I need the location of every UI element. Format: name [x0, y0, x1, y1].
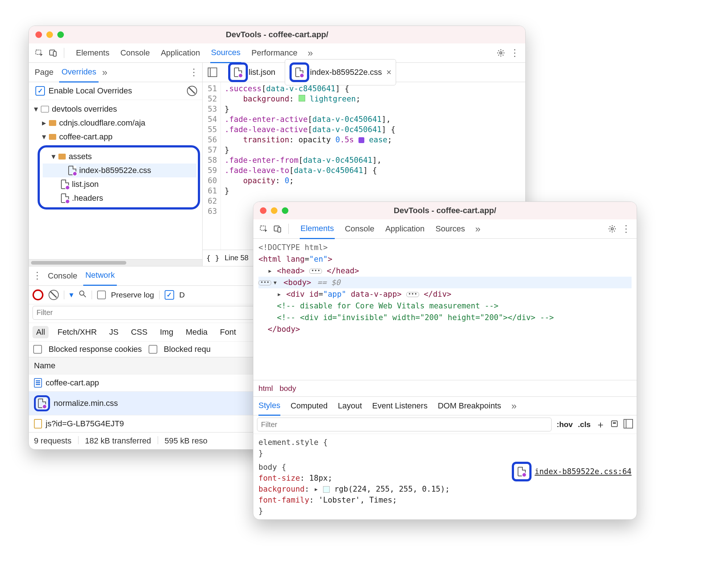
devtools-toolbar: Elements Console Application Sources: [253, 219, 637, 239]
svg-point-4: [80, 291, 84, 295]
type-filter-fetchxhr[interactable]: Fetch/XHR: [54, 326, 100, 338]
tree-scrollbar[interactable]: [29, 259, 202, 266]
close-window[interactable]: [35, 31, 42, 38]
gear-icon[interactable]: [606, 223, 618, 235]
preserve-log-checkbox[interactable]: [97, 291, 106, 299]
requests-count: 9 requests: [34, 436, 72, 446]
type-filter-media[interactable]: Media: [182, 326, 211, 338]
nav-menu-icon[interactable]: [189, 67, 199, 78]
file-icon: [61, 193, 69, 203]
js-icon: [34, 419, 42, 428]
drawer-console-tab[interactable]: Console: [46, 266, 80, 285]
drawer-network-tab[interactable]: Network: [83, 266, 117, 286]
traffic-lights[interactable]: [260, 207, 288, 214]
resources: 595 kB reso: [165, 436, 207, 446]
device-toggle-icon[interactable]: [272, 223, 284, 235]
window-title: DevTools - coffee-cart.app/: [29, 30, 525, 39]
tree-root[interactable]: devtools overrides: [31, 102, 202, 116]
titlebar: DevTools - coffee-cart.app/: [253, 202, 637, 219]
overflow-menu-icon[interactable]: [620, 223, 632, 235]
clear-overrides-icon[interactable]: [187, 86, 197, 96]
enable-overrides-checkbox[interactable]: ✓: [35, 86, 45, 96]
preserve-log-label: Preserve log: [111, 291, 154, 299]
tree-headers[interactable]: .headers: [43, 191, 196, 205]
styles-filter[interactable]: [257, 418, 552, 431]
computed-toggle-icon[interactable]: [610, 420, 618, 430]
blocked-requests-checkbox[interactable]: [149, 345, 157, 354]
more-tabs-icon[interactable]: [475, 223, 480, 235]
tab-application[interactable]: Application: [160, 43, 201, 62]
more-tabs-icon[interactable]: [308, 47, 313, 59]
minimize-window[interactable]: [271, 207, 277, 214]
zoom-window[interactable]: [282, 207, 288, 214]
styles-tab-event-listeners[interactable]: Event Listeners: [372, 401, 428, 411]
elements-tree[interactable]: <!DOCTYPE html> <html lang="en"> <head> …: [253, 239, 637, 380]
toggle-navigator-icon[interactable]: [206, 66, 219, 78]
inspect-icon[interactable]: [33, 47, 46, 59]
styles-tab-styles[interactable]: Styles: [258, 396, 280, 416]
device-toggle-icon[interactable]: [47, 47, 60, 59]
override-badge: [34, 395, 50, 411]
pretty-print-icon[interactable]: { }: [206, 254, 219, 262]
source-tab-json[interactable]: list.json: [224, 59, 280, 85]
overrides-tree: devtools overrides cdnjs.cloudflare.com/…: [29, 100, 202, 259]
disable-cache-checkbox[interactable]: ✓: [165, 290, 174, 300]
type-filter-js[interactable]: JS: [106, 326, 122, 338]
titlebar: DevTools - coffee-cart.app/: [29, 26, 525, 43]
tab-sources[interactable]: Sources: [435, 219, 466, 238]
bc-body[interactable]: body: [280, 384, 296, 393]
more-styles-tabs-icon[interactable]: [511, 400, 517, 412]
tab-elements[interactable]: Elements: [75, 43, 110, 62]
type-filter-css[interactable]: CSS: [127, 326, 151, 338]
record-icon[interactable]: [32, 289, 43, 300]
blocked-cookies-checkbox[interactable]: [33, 345, 42, 354]
color-swatch[interactable]: [323, 486, 330, 493]
drawer-menu-icon[interactable]: [32, 270, 42, 281]
tab-elements[interactable]: Elements: [300, 219, 335, 239]
type-filter-all[interactable]: All: [32, 326, 49, 338]
source-tab-css[interactable]: index-b859522e.css: [285, 59, 396, 85]
bc-html[interactable]: html: [258, 384, 273, 393]
overrides-tab[interactable]: Overrides: [59, 62, 98, 82]
sidebar-toggle-icon[interactable]: [624, 419, 633, 430]
breadcrumb: html body: [253, 380, 637, 396]
tree-site[interactable]: coffee-cart.app: [31, 130, 202, 144]
styles-tab-dom-breakpoints[interactable]: DOM Breakpoints: [438, 401, 501, 411]
tree-cdn[interactable]: cdnjs.cloudflare.com/aja: [31, 116, 202, 130]
cls-toggle[interactable]: .cls: [578, 420, 591, 429]
clear-icon[interactable]: [49, 290, 59, 300]
tree-assets[interactable]: assets: [43, 150, 196, 164]
disable-cache-label: D: [179, 291, 185, 299]
zoom-window[interactable]: [57, 31, 64, 38]
tab-console[interactable]: Console: [120, 43, 151, 62]
close-window[interactable]: [260, 207, 266, 214]
enable-overrides-row: ✓ Enable Local Overrides: [29, 82, 202, 100]
source-link[interactable]: index-b859522e.css:64: [512, 462, 632, 481]
traffic-lights[interactable]: [35, 31, 64, 38]
file-icon: [68, 166, 76, 175]
minimize-window[interactable]: [46, 31, 53, 38]
tab-console[interactable]: Console: [344, 219, 375, 238]
doc-icon: [34, 378, 42, 388]
inspect-icon[interactable]: [258, 223, 270, 235]
styles-tab-layout[interactable]: Layout: [338, 401, 362, 411]
new-rule-icon[interactable]: ＋: [596, 418, 605, 431]
type-filter-font[interactable]: Font: [216, 326, 240, 338]
tree-css[interactable]: index-b859522e.css: [43, 164, 196, 177]
styles-body: element.style { } index-b859522e.css:64 …: [253, 434, 637, 519]
tree-json[interactable]: list.json: [43, 177, 196, 191]
close-tab-icon[interactable]: [385, 67, 391, 77]
page-tab[interactable]: Page: [32, 63, 55, 82]
override-badge: [512, 462, 532, 481]
more-nav-icon[interactable]: [102, 67, 107, 78]
gear-icon[interactable]: [495, 47, 507, 59]
hov-toggle[interactable]: :hov: [557, 420, 573, 429]
search-icon[interactable]: [78, 290, 87, 300]
styles-tab-computed[interactable]: Computed: [291, 401, 328, 411]
overflow-menu-icon[interactable]: [509, 47, 521, 59]
tab-application[interactable]: Application: [384, 219, 425, 238]
type-filter-img[interactable]: Img: [156, 326, 177, 338]
override-badge: [228, 62, 248, 82]
svg-rect-2: [53, 51, 56, 56]
filter-toggle-icon[interactable]: ▾: [69, 290, 73, 300]
